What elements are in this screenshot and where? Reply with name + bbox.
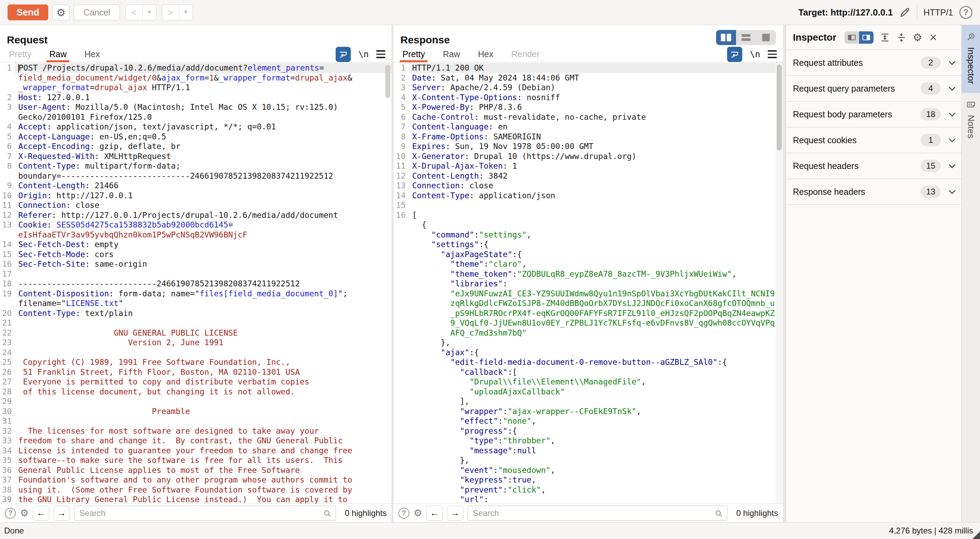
- code-line[interactable]: 27 Everyone is permitted to copy and dis…: [0, 377, 391, 387]
- inspector-section-request-query-parameters[interactable]: Request query parameters4: [786, 76, 961, 101]
- code-line[interactable]: "ajax":{: [394, 348, 783, 358]
- code-line[interactable]: 1HTTP/1.1 200 OK: [394, 63, 783, 73]
- code-line[interactable]: AFQ_c7md3shm7bQ": [394, 328, 783, 338]
- search-settings-gear-icon[interactable]: ⚙: [414, 507, 422, 519]
- code-line[interactable]: 5X-Powered-By: PHP/8.3.6: [394, 102, 783, 112]
- code-line[interactable]: ],: [394, 396, 783, 406]
- code-line[interactable]: "edit-field-media-document-0-remove-butt…: [394, 357, 783, 367]
- code-line[interactable]: "theme_token":"ZQDBULqR8_eypZ8eA78_8azcT…: [394, 269, 783, 279]
- inspector-section-request-attributes[interactable]: Request attributes2: [786, 50, 961, 76]
- chevron-down-icon[interactable]: [949, 84, 956, 91]
- code-line[interactable]: 9Expires: Sun, 19 Nov 1978 05:00:00 GMT: [394, 141, 783, 151]
- resize-grip[interactable]: [972, 531, 980, 539]
- tab-inspector[interactable]: Inspector: [962, 25, 980, 93]
- code-line[interactable]: "prevent":"click",: [394, 485, 783, 495]
- code-line[interactable]: 14Sec-Fetch-Dest: empty: [0, 239, 391, 249]
- code-line[interactable]: "keypress":true,: [394, 475, 783, 485]
- code-line[interactable]: "uploadAjaxCallback": [394, 387, 783, 397]
- code-line[interactable]: 26 51 Franklin Street, Fifth Floor, Bost…: [0, 367, 391, 377]
- code-line[interactable]: 24: [0, 348, 391, 358]
- cancel-button[interactable]: Cancel: [74, 5, 120, 20]
- code-line[interactable]: 8Content-Type: multipart/form-data;: [0, 161, 391, 171]
- inspector-pane-right-button[interactable]: [859, 31, 873, 44]
- code-line[interactable]: 36General Public License applies to most…: [0, 465, 391, 475]
- inspector-section-request-body-parameters[interactable]: Request body parameters18: [786, 101, 961, 127]
- tab-notes[interactable]: Notes: [962, 93, 980, 147]
- edit-target-pencil-icon[interactable]: [899, 6, 911, 18]
- code-line[interactable]: 23 Version 2, June 1991: [0, 338, 391, 348]
- code-line[interactable]: 12Referer: http://127.0.0.1/Projects/dru…: [0, 210, 391, 220]
- code-line[interactable]: boundary=---------------------------2466…: [0, 171, 391, 181]
- word-wrap-toggle-icon[interactable]: [336, 47, 351, 62]
- search-settings-gear-icon[interactable]: ⚙: [20, 507, 29, 519]
- code-line[interactable]: 17: [0, 269, 391, 279]
- code-line[interactable]: 33freedom to share and change it. By con…: [0, 436, 391, 446]
- code-line[interactable]: 19Content-Disposition: form-data; name="…: [0, 289, 391, 299]
- tab-render[interactable]: Render: [509, 46, 542, 62]
- code-line[interactable]: },: [394, 338, 783, 348]
- code-line[interactable]: filename="LICENSE.txt": [0, 298, 391, 308]
- code-line[interactable]: 18-----------------------------246619078…: [0, 279, 391, 289]
- code-line[interactable]: "callback":[: [394, 367, 783, 377]
- code-line[interactable]: 32 The licenses for most software are de…: [0, 426, 391, 436]
- search-next-button[interactable]: →: [447, 506, 463, 521]
- tab-hex[interactable]: Hex: [475, 46, 496, 62]
- code-line[interactable]: field_media_document/widget/0&ajax_form=…: [0, 73, 391, 83]
- response-scrollbar[interactable]: [777, 64, 782, 151]
- http-version-selector[interactable]: HTTP/1: [923, 8, 953, 17]
- code-line[interactable]: "settings":{: [394, 239, 783, 249]
- code-line[interactable]: "progress":{: [394, 426, 783, 436]
- code-line[interactable]: 14Content-Type: application/json: [394, 191, 783, 201]
- code-line[interactable]: 11X-Drupal-Ajax-Token: 1: [394, 161, 783, 171]
- code-line[interactable]: 13Cookie: SESS05d4275ca1538832b5ab92000b…: [0, 220, 391, 230]
- code-line[interactable]: 2Date: Sat, 04 May 2024 18:44:06 GMT: [394, 73, 783, 83]
- code-line[interactable]: 15: [394, 200, 783, 210]
- search-help-icon[interactable]: ?: [398, 508, 409, 519]
- tab-raw[interactable]: Raw: [440, 46, 463, 62]
- prev-arrow-icon[interactable]: <: [126, 5, 142, 20]
- inspector-section-request-cookies[interactable]: Request cookies1: [786, 127, 961, 153]
- chevron-down-icon[interactable]: [949, 110, 956, 117]
- tab-pretty[interactable]: Pretty: [400, 46, 428, 62]
- show-newlines-icon[interactable]: \n: [750, 49, 760, 59]
- chevron-down-icon[interactable]: [949, 162, 956, 168]
- code-line[interactable]: 10X-Generator: Drupal 10 (https://www.dr…: [394, 151, 783, 162]
- code-line[interactable]: },: [394, 455, 783, 465]
- send-settings-gear-icon[interactable]: ⚙: [52, 5, 70, 20]
- code-line[interactable]: "url":: [394, 495, 783, 504]
- code-line[interactable]: 10Origin: http://127.0.0.1: [0, 191, 391, 201]
- code-line[interactable]: eIsHfaaETVr3av95yvbqQhzn0kom1P5wPcNSqB2V…: [0, 230, 391, 240]
- request-editor[interactable]: 1POST /Projects/drupal-10.2.6/media/add/…: [0, 62, 391, 504]
- show-newlines-icon[interactable]: \n: [358, 49, 369, 59]
- editor-menu-icon[interactable]: [768, 50, 777, 58]
- code-line[interactable]: 21: [0, 318, 391, 328]
- prev-dropdown-icon[interactable]: ▼: [142, 5, 156, 20]
- code-line[interactable]: 25 Copyright (C) 1989, 1991 Free Softwar…: [0, 357, 391, 367]
- send-button[interactable]: Send: [8, 5, 48, 20]
- code-line[interactable]: 5Accept-Language: en-US,en;q=0.5: [0, 132, 391, 142]
- code-line[interactable]: 13Connection: close: [394, 181, 783, 191]
- next-arrow-icon[interactable]: >: [162, 5, 179, 20]
- code-line[interactable]: 34License is intended to guarantee your …: [0, 446, 391, 456]
- code-line[interactable]: 4Accept: application/json, text/javascri…: [0, 122, 391, 132]
- code-line[interactable]: 6Cache-Control: must-revalidate, no-cach…: [394, 112, 783, 122]
- code-line[interactable]: 29: [0, 396, 391, 406]
- code-line[interactable]: 28 of this license document, but changin…: [0, 387, 391, 397]
- code-line[interactable]: 30 Preamble: [0, 406, 391, 417]
- chevron-down-icon[interactable]: [949, 58, 956, 65]
- chevron-down-icon[interactable]: [949, 136, 956, 143]
- code-line[interactable]: 4X-Content-Type-Options: nosniff: [394, 93, 783, 103]
- code-line[interactable]: "Drupal\\file\\Element\\ManagedFile",: [394, 377, 783, 387]
- search-prev-button[interactable]: ←: [426, 506, 443, 521]
- request-search-input[interactable]: [74, 506, 336, 521]
- code-line[interactable]: zqRlkgDdlcFWZoISJP8-ZM40dBBQoOrbX7DYsLJ2…: [394, 298, 783, 308]
- collapse-all-icon[interactable]: [896, 32, 907, 43]
- response-editor[interactable]: 1HTTP/1.1 200 OK2Date: Sat, 04 May 2024 …: [393, 62, 783, 504]
- code-line[interactable]: "libraries":: [394, 279, 783, 289]
- layout-columns-button[interactable]: [716, 30, 736, 45]
- code-line[interactable]: 12Content-Length: 3842: [394, 171, 783, 181]
- code-line[interactable]: 3Server: Apache/2.4.59 (Debian): [394, 82, 783, 93]
- prev-request-button[interactable]: < ▼: [126, 5, 156, 20]
- code-line[interactable]: 6Accept-Encoding: gzip, deflate, br: [0, 141, 391, 151]
- code-line[interactable]: 2Host: 127.0.0.1: [0, 93, 391, 103]
